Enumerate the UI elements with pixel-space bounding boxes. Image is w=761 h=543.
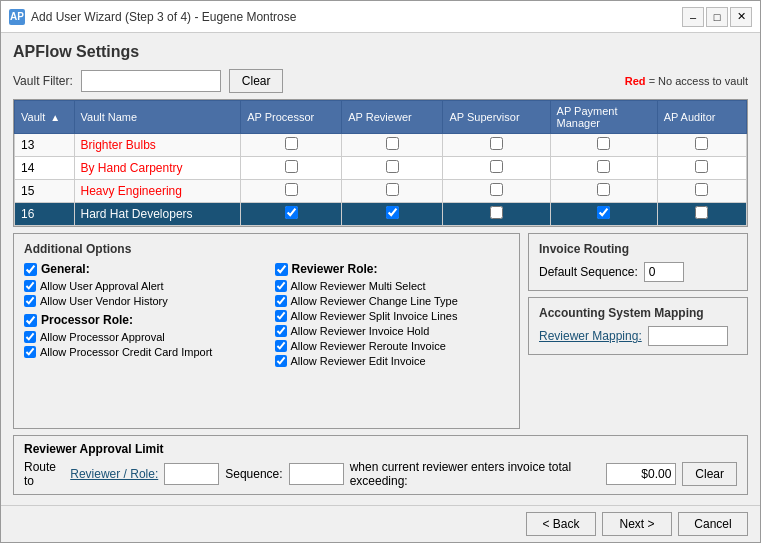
cell-ap-supervisor[interactable]	[443, 203, 550, 226]
accounting-mapping: Accounting System Mapping Reviewer Mappi…	[528, 297, 748, 355]
vault-filter-label: Vault Filter:	[13, 74, 73, 88]
col-ap-processor[interactable]: AP Processor	[241, 101, 342, 134]
cancel-button[interactable]: Cancel	[678, 512, 748, 536]
reroute-label: Allow Reviewer Reroute Invoice	[291, 340, 446, 352]
col-ap-payment-manager[interactable]: AP Payment Manager	[550, 101, 657, 134]
ap-processor-checkbox[interactable]	[285, 160, 298, 173]
cell-ap-auditor[interactable]	[657, 157, 746, 180]
cell-ap-supervisor[interactable]	[443, 157, 550, 180]
amount-input[interactable]	[606, 463, 676, 485]
ap-reviewer-checkbox[interactable]	[386, 160, 399, 173]
col-ap-auditor[interactable]: AP Auditor	[657, 101, 746, 134]
sequence-input[interactable]	[289, 463, 344, 485]
cell-vault: 13	[15, 134, 75, 157]
vendor-history-checkbox[interactable]	[24, 295, 36, 307]
multi-select-checkbox[interactable]	[275, 280, 287, 292]
vendor-history-label: Allow User Vendor History	[40, 295, 168, 307]
window-controls: – □ ✕	[682, 7, 752, 27]
vault-filter-clear-button[interactable]: Clear	[229, 69, 284, 93]
maximize-button[interactable]: □	[706, 7, 728, 27]
options-grid: General: Allow User Approval Alert Allow…	[24, 262, 509, 370]
vault-filter-input[interactable]	[81, 70, 221, 92]
cell-ap-reviewer[interactable]	[342, 157, 443, 180]
cell-ap-reviewer[interactable]	[342, 134, 443, 157]
cell-ap-auditor[interactable]	[657, 203, 746, 226]
reviewer-role-checkbox[interactable]	[275, 263, 288, 276]
ap-reviewer-checkbox[interactable]	[386, 183, 399, 196]
table-row[interactable]: 16Hard Hat Developers	[15, 203, 747, 226]
ap-auditor-checkbox[interactable]	[695, 137, 708, 150]
options-right-col: Reviewer Role: Allow Reviewer Multi Sele…	[275, 262, 510, 370]
main-content: APFlow Settings Vault Filter: Clear Red …	[1, 33, 760, 505]
ap-payment-manager-checkbox[interactable]	[597, 183, 610, 196]
ap-auditor-checkbox[interactable]	[695, 183, 708, 196]
close-button[interactable]: ✕	[730, 7, 752, 27]
route-to-input[interactable]	[164, 463, 219, 485]
cell-ap-payment-manager[interactable]	[550, 180, 657, 203]
split-invoice-checkbox[interactable]	[275, 310, 287, 322]
minimize-button[interactable]: –	[682, 7, 704, 27]
change-line-checkbox[interactable]	[275, 295, 287, 307]
back-button[interactable]: < Back	[526, 512, 596, 536]
cell-ap-reviewer[interactable]	[342, 203, 443, 226]
invoice-hold-checkbox[interactable]	[275, 325, 287, 337]
ap-payment-manager-checkbox[interactable]	[597, 206, 610, 219]
ap-reviewer-checkbox[interactable]	[386, 137, 399, 150]
next-button[interactable]: Next >	[602, 512, 672, 536]
processor-approval-checkbox[interactable]	[24, 331, 36, 343]
approval-alert-checkbox[interactable]	[24, 280, 36, 292]
invoice-routing: Invoice Routing Default Sequence:	[528, 233, 748, 291]
cell-ap-supervisor[interactable]	[443, 134, 550, 157]
vault-filter-left: Vault Filter: Clear	[13, 69, 283, 93]
reviewer-approval-clear-button[interactable]: Clear	[682, 462, 737, 486]
col-vault-name[interactable]: Vault Name	[74, 101, 241, 134]
ap-payment-manager-checkbox[interactable]	[597, 137, 610, 150]
table-row[interactable]: 13Brighter Bulbs	[15, 134, 747, 157]
credit-card-label: Allow Processor Credit Card Import	[40, 346, 212, 358]
ap-payment-manager-checkbox[interactable]	[597, 160, 610, 173]
reviewer-mapping-row: Reviewer Mapping:	[539, 326, 737, 346]
col-ap-reviewer[interactable]: AP Reviewer	[342, 101, 443, 134]
cell-ap-payment-manager[interactable]	[550, 203, 657, 226]
multi-select-label: Allow Reviewer Multi Select	[291, 280, 426, 292]
table-row[interactable]: 15Heavy Engineering	[15, 180, 747, 203]
cell-ap-auditor[interactable]	[657, 180, 746, 203]
cell-ap-processor[interactable]	[241, 134, 342, 157]
ap-supervisor-checkbox[interactable]	[490, 137, 503, 150]
default-sequence-input[interactable]	[644, 262, 684, 282]
route-to-label: Route to	[24, 460, 64, 488]
general-checkbox[interactable]	[24, 263, 37, 276]
vault-table: Vault ▲ Vault Name AP Processor AP Revie…	[14, 100, 747, 226]
cell-ap-processor[interactable]	[241, 203, 342, 226]
reroute-checkbox[interactable]	[275, 340, 287, 352]
ap-auditor-checkbox[interactable]	[695, 160, 708, 173]
cell-ap-processor[interactable]	[241, 180, 342, 203]
ap-reviewer-checkbox[interactable]	[386, 206, 399, 219]
vault-filter-row: Vault Filter: Clear Red = No access to v…	[13, 69, 748, 93]
cell-ap-processor[interactable]	[241, 157, 342, 180]
processor-role-checkbox[interactable]	[24, 314, 37, 327]
app-icon: AP	[9, 9, 25, 25]
cell-ap-payment-manager[interactable]	[550, 134, 657, 157]
cell-ap-supervisor[interactable]	[443, 180, 550, 203]
ap-processor-checkbox[interactable]	[285, 183, 298, 196]
cell-vault: 14	[15, 157, 75, 180]
reviewer-role-link[interactable]: Reviewer / Role:	[70, 467, 158, 481]
cell-ap-auditor[interactable]	[657, 134, 746, 157]
edit-invoice-checkbox[interactable]	[275, 355, 287, 367]
ap-supervisor-checkbox[interactable]	[490, 183, 503, 196]
table-row[interactable]: 14By Hand Carpentry	[15, 157, 747, 180]
ap-processor-checkbox[interactable]	[285, 206, 298, 219]
ap-supervisor-checkbox[interactable]	[490, 160, 503, 173]
ap-processor-checkbox[interactable]	[285, 137, 298, 150]
reviewer-mapping-input[interactable]	[648, 326, 728, 346]
reviewer-mapping-link[interactable]: Reviewer Mapping:	[539, 329, 642, 343]
cell-ap-reviewer[interactable]	[342, 180, 443, 203]
col-vault[interactable]: Vault ▲	[15, 101, 75, 134]
ap-supervisor-checkbox[interactable]	[490, 206, 503, 219]
reviewer-role-group: Reviewer Role:	[275, 262, 510, 276]
credit-card-checkbox[interactable]	[24, 346, 36, 358]
cell-ap-payment-manager[interactable]	[550, 157, 657, 180]
ap-auditor-checkbox[interactable]	[695, 206, 708, 219]
col-ap-supervisor[interactable]: AP Supervisor	[443, 101, 550, 134]
